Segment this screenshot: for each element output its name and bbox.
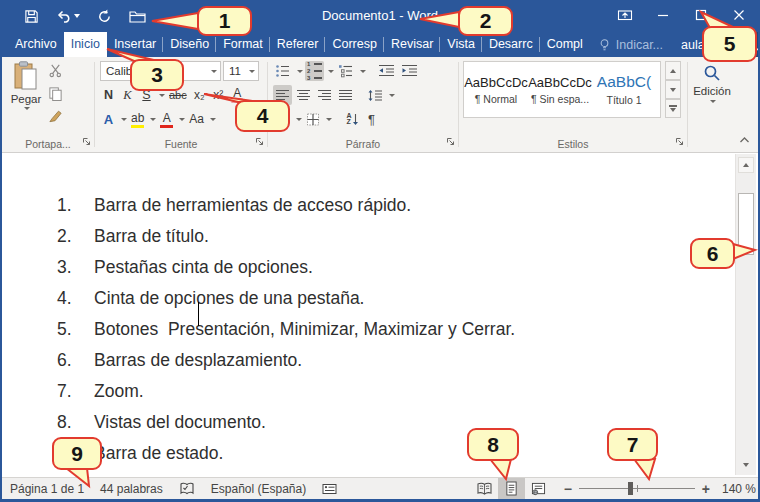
bullets-caret[interactable] — [297, 70, 303, 73]
subscript-button[interactable]: x₂ — [191, 85, 208, 105]
bullets-button[interactable] — [273, 61, 293, 81]
style-normal[interactable]: AaBbCcDc ¶ Normal — [464, 62, 528, 117]
dialog-launcher-estilos[interactable] — [675, 135, 684, 149]
clipboard-small-buttons — [48, 63, 63, 127]
group-label-fuente: Fuente — [95, 138, 267, 150]
callout-4: 4 — [235, 100, 290, 132]
tab-referencias[interactable]: Referer — [270, 32, 326, 57]
scroll-down-arrow[interactable] — [738, 458, 754, 472]
dialog-launcher-parrafo[interactable] — [446, 135, 455, 149]
line-spacing-button[interactable] — [365, 85, 385, 105]
sort-button[interactable]: AZ — [344, 109, 361, 129]
styles-scroll-up[interactable] — [665, 61, 681, 80]
callout-9: 9 — [52, 437, 102, 470]
word-count[interactable]: 44 palabras — [92, 482, 171, 496]
word-window: Documento1 - Word Archivo Inicio Inserta… — [0, 0, 760, 502]
text-effects-button[interactable]: A — [100, 109, 117, 129]
group-portapapeles: Pegar Portapa... — [2, 57, 94, 152]
text-cursor — [198, 302, 199, 326]
list-item: 7.Zoom. — [57, 381, 515, 412]
multilevel-caret[interactable] — [360, 70, 366, 73]
list-item: 6.Barras de desplazamiento. — [57, 350, 515, 381]
language-indicator[interactable]: Español (España) — [203, 482, 314, 496]
zoom-out-button[interactable]: − — [564, 484, 572, 494]
vertical-scrollbar[interactable] — [735, 154, 756, 475]
group-label-parrafo: Párrafo — [268, 138, 458, 150]
tab-inicio[interactable]: Inicio — [64, 32, 107, 57]
show-marks-button[interactable]: ¶ — [363, 109, 380, 129]
style-sin-espacio[interactable]: AaBbCcDc ¶ Sin espa... — [528, 62, 592, 117]
paste-button[interactable]: Pegar — [8, 61, 44, 133]
list-item: 9.Barra de estado. — [57, 443, 515, 474]
ribbon-display-options-icon[interactable] — [606, 0, 644, 30]
text-effects-caret[interactable] — [121, 118, 127, 121]
macro-recording-icon[interactable] — [314, 482, 345, 495]
copy-icon[interactable] — [48, 86, 63, 104]
numbering-button[interactable]: 1 2 3 — [305, 61, 324, 81]
tab-revisar[interactable]: Revisar — [384, 32, 440, 57]
zoom-slider[interactable] — [579, 482, 695, 495]
minimize-icon[interactable] — [644, 0, 682, 30]
page-indicator[interactable]: Página 1 de 1 — [2, 482, 92, 496]
font-color-button[interactable]: A — [158, 110, 175, 128]
tab-complementos[interactable]: Compl — [540, 32, 590, 57]
paste-dropdown-caret[interactable] — [24, 107, 30, 110]
scrollbar-thumb[interactable] — [738, 193, 754, 255]
editing-caret[interactable] — [710, 100, 716, 103]
zoom-percentage[interactable]: 140 % — [716, 482, 758, 496]
callout-7: 7 — [607, 428, 658, 461]
document-page[interactable]: 1.Barra de herramientas de acceso rápido… — [4, 154, 735, 475]
dialog-launcher-fuente[interactable] — [255, 135, 264, 149]
editing-button[interactable]: Edición — [688, 61, 736, 103]
collapse-ribbon-icon[interactable] — [739, 133, 750, 147]
borders-button[interactable] — [304, 109, 322, 129]
superscript-button[interactable]: x² — [210, 85, 227, 105]
numbering-icon: 1 2 3 — [307, 62, 322, 81]
scroll-up-arrow[interactable] — [738, 157, 754, 173]
underline-caret[interactable] — [159, 94, 165, 97]
group-parrafo: 1 2 3 — [268, 57, 458, 152]
highlight-button[interactable]: ab — [129, 110, 146, 128]
font-color-caret[interactable] — [179, 118, 185, 121]
tab-correspondencia[interactable]: Corresp — [325, 32, 383, 57]
borders-caret[interactable] — [326, 118, 332, 121]
highlight-caret[interactable] — [150, 118, 156, 121]
tab-archivo[interactable]: Archivo — [8, 32, 64, 57]
align-right-button[interactable] — [315, 85, 334, 105]
web-layout-button[interactable] — [525, 478, 552, 499]
tab-insertar[interactable]: Insertar — [107, 32, 163, 57]
font-size-combobox[interactable]: 11 — [223, 61, 259, 81]
line-spacing-caret[interactable] — [389, 94, 395, 97]
styles-more-button[interactable] — [665, 99, 681, 118]
increase-indent-button[interactable] — [399, 61, 420, 81]
align-center-button[interactable] — [294, 85, 313, 105]
bold-button[interactable]: N — [100, 85, 117, 105]
zoom-in-button[interactable]: + — [702, 484, 710, 494]
callout-1: 1 — [197, 6, 252, 36]
change-case-caret[interactable] — [210, 118, 216, 121]
read-mode-button[interactable] — [471, 478, 498, 499]
font-name-caret[interactable] — [211, 70, 217, 73]
change-case-button[interactable]: Aa — [187, 109, 206, 129]
ribbon-tab-bar: Archivo Inicio Insertar Diseño Format Re… — [2, 32, 758, 57]
print-layout-button[interactable] — [498, 478, 525, 499]
decrease-indent-button[interactable] — [376, 61, 397, 81]
numbering-caret[interactable] — [328, 70, 334, 73]
format-painter-icon[interactable] — [48, 109, 63, 127]
lightbulb-icon — [598, 38, 611, 52]
dialog-launcher-portapapeles[interactable] — [82, 135, 91, 149]
proofing-status-icon[interactable] — [171, 482, 203, 496]
zoom-slider-thumb[interactable] — [628, 482, 633, 495]
cut-icon[interactable] — [48, 63, 63, 81]
styles-scroll-down[interactable] — [665, 80, 681, 99]
font-size-caret[interactable] — [249, 70, 255, 73]
font-size-value: 11 — [229, 65, 241, 77]
justify-button[interactable] — [336, 85, 355, 105]
shading-caret[interactable] — [296, 118, 302, 121]
multilevel-list-button[interactable] — [336, 61, 356, 81]
tell-me-box[interactable]: Indicar... — [590, 38, 671, 52]
callout-6: 6 — [690, 238, 735, 269]
style-name: ¶ Normal — [475, 93, 517, 105]
ribbon: Pegar Portapa... — [2, 57, 758, 153]
style-titulo-1[interactable]: AaBbC( Título 1 — [592, 62, 656, 117]
